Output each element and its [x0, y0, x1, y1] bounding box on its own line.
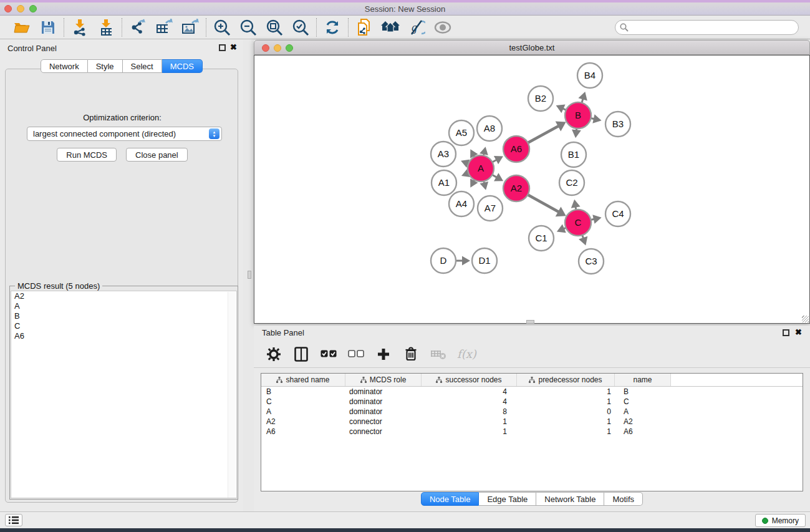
float-panel-icon[interactable]: [219, 44, 226, 51]
clone-network-icon[interactable]: [354, 17, 374, 37]
export-table-icon[interactable]: [154, 17, 174, 37]
mcds-result-item[interactable]: B: [11, 311, 236, 321]
tab-select[interactable]: Select: [123, 59, 162, 73]
function-builder-icon[interactable]: f(x): [457, 347, 476, 360]
memory-button[interactable]: Memory: [755, 514, 806, 527]
edge-A2-C[interactable]: [528, 195, 559, 212]
edge-arrowhead: [592, 215, 601, 224]
table-cell: A6: [615, 427, 671, 436]
table-cell: A2: [615, 417, 671, 426]
zoom-window-button[interactable]: [29, 5, 37, 12]
mcds-result-item[interactable]: A6: [11, 331, 236, 341]
table-row[interactable]: A2connector11A2: [261, 417, 803, 427]
minimize-network-window-button[interactable]: [274, 44, 281, 52]
table-row[interactable]: Bdominator41B: [261, 387, 803, 397]
zoom-in-icon[interactable]: [212, 17, 232, 37]
table-cell: 1: [422, 427, 517, 436]
split-columns-icon[interactable]: [292, 346, 310, 363]
table-cell: 4: [422, 397, 517, 406]
table-row[interactable]: Adominator80A: [261, 407, 803, 417]
memory-status-icon: [762, 518, 768, 524]
column-header-predecessor-nodes[interactable]: predecessor nodes: [517, 374, 615, 386]
column-header-name[interactable]: name: [615, 374, 671, 386]
mcds-result-item[interactable]: A: [11, 301, 236, 311]
tab-network-table[interactable]: Network Table: [536, 492, 604, 506]
show-hide-panel-eye-icon[interactable]: [433, 17, 453, 37]
hierarchy-column-icon: [276, 377, 282, 383]
tab-mcds[interactable]: MCDS: [162, 59, 203, 73]
zoom-selected-icon[interactable]: [291, 17, 311, 37]
window-controls: [4, 5, 37, 12]
split-pane-handle-horizontal[interactable]: [526, 320, 534, 324]
settings-gear-icon[interactable]: [265, 346, 282, 363]
run-mcds-button[interactable]: Run MCDS: [57, 148, 117, 162]
table-cell: B: [615, 387, 671, 396]
split-pane-handle-vertical[interactable]: [248, 271, 251, 279]
mcds-result-title: MCDS result (5 nodes): [15, 281, 102, 291]
edge-arrowhead: [571, 200, 581, 208]
select-all-checkboxes-icon[interactable]: [320, 346, 337, 363]
export-image-icon[interactable]: [180, 17, 200, 37]
close-window-button[interactable]: [4, 5, 12, 12]
window-resize-grip[interactable]: [802, 316, 809, 322]
open-session-icon[interactable]: [12, 17, 32, 37]
table-row[interactable]: Cdominator41C: [261, 397, 803, 407]
graph-node-label: A3: [438, 148, 449, 159]
table-cell: 8: [422, 407, 517, 416]
minimize-window-button[interactable]: [17, 5, 24, 12]
mcds-result-list[interactable]: A2ABCA6: [11, 291, 237, 498]
tab-motifs[interactable]: Motifs: [604, 492, 643, 506]
zoom-fit-icon[interactable]: [264, 17, 284, 37]
graph-node-label: C1: [535, 233, 547, 243]
edge-arrowhead: [480, 147, 488, 155]
close-network-window-button[interactable]: [262, 44, 269, 52]
deselect-all-checkboxes-icon[interactable]: [347, 346, 365, 363]
column-header-MCDS-role[interactable]: MCDS role: [345, 374, 422, 386]
network-canvas[interactable]: B4B2BB3A8A5A6A3B1AA1C2A2A4A7C4CC1DD1C3: [254, 55, 810, 324]
column-header-shared-name[interactable]: shared name: [261, 374, 345, 386]
table-cell: 1: [517, 397, 615, 406]
result-list-scrollbar[interactable]: [228, 292, 236, 498]
tab-node-table[interactable]: Node Table: [421, 492, 480, 506]
refresh-view-icon[interactable]: [322, 17, 342, 37]
export-network-icon[interactable]: [128, 17, 148, 37]
tab-style[interactable]: Style: [88, 59, 123, 73]
table-row[interactable]: A6connector11A6: [261, 427, 803, 437]
search-input[interactable]: [615, 20, 799, 35]
network-window-controls: [262, 44, 293, 52]
close-table-panel-icon[interactable]: ✖: [795, 327, 802, 337]
add-column-icon[interactable]: [375, 346, 392, 363]
network-view-window: testGlobe.txt B4B2BB3A8A5A6A3B1AA1C2A2A4…: [254, 40, 810, 324]
desktop-edge: [0, 528, 810, 532]
zoom-network-window-button[interactable]: [286, 44, 293, 52]
search-icon: [620, 23, 629, 32]
float-table-panel-icon[interactable]: [783, 329, 789, 336]
network-window-titlebar[interactable]: testGlobe.txt: [254, 40, 810, 55]
optimization-criterion-select[interactable]: largest connected component (directed) ▲…: [27, 127, 222, 141]
mcds-result-item[interactable]: A2: [11, 291, 236, 301]
hide-graphics-details-icon[interactable]: g: [407, 17, 427, 37]
graph-node-label: A1: [438, 177, 450, 188]
edge-A-A2[interactable]: [492, 175, 496, 177]
delete-table-icon[interactable]: [430, 346, 447, 363]
close-panel-icon[interactable]: ✖: [230, 42, 237, 52]
close-panel-button[interactable]: Close panel: [126, 148, 188, 162]
task-history-button[interactable]: [5, 514, 22, 526]
home-layout-icon[interactable]: [380, 17, 400, 37]
node-table[interactable]: shared nameMCDS rolesuccessor nodesprede…: [261, 373, 803, 491]
column-header-successor-nodes[interactable]: successor nodes: [422, 374, 517, 386]
edge-arrowhead: [578, 92, 587, 101]
mcds-result-item[interactable]: C: [11, 321, 236, 331]
edge-A6-B[interactable]: [528, 126, 558, 143]
hierarchy-column-icon: [360, 377, 367, 383]
import-network-icon[interactable]: [70, 17, 90, 37]
delete-column-icon[interactable]: [402, 346, 420, 363]
graph-node-label: A8: [484, 123, 495, 133]
tab-edge-table[interactable]: Edge Table: [479, 492, 536, 506]
main-toolbar: g: [0, 16, 810, 39]
import-table-icon[interactable]: [96, 17, 116, 37]
tab-network[interactable]: Network: [41, 59, 88, 73]
save-session-icon[interactable]: [38, 17, 58, 37]
zoom-out-icon[interactable]: [238, 17, 258, 37]
control-panel-tabs: Network Style Select MCDS: [0, 59, 243, 73]
